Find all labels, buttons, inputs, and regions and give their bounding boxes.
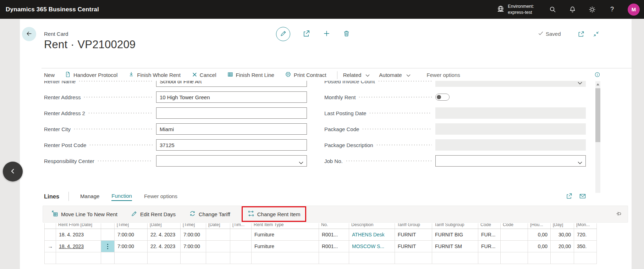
share-button[interactable] <box>302 29 310 39</box>
new-action[interactable]: New <box>44 72 55 78</box>
monthly-rent-toggle[interactable] <box>435 94 450 101</box>
edit-rent-days-button[interactable]: Edit Rent Days <box>131 211 176 218</box>
row-selector-cell[interactable]: → <box>45 240 56 252</box>
cell-price-hour[interactable]: 0,00 <box>528 240 551 252</box>
col-header-tariff-subgroup[interactable]: Tariff Subgroup <box>432 223 478 229</box>
cell-price-day[interactable]: 30,00 <box>551 229 574 240</box>
related-menu[interactable]: Related <box>343 72 370 78</box>
col-header-rent-item-type[interactable]: Rent Item Type <box>252 223 319 229</box>
cell-date-to[interactable]: 22. 4. 2023 <box>148 240 181 252</box>
move-line-to-new-rent-button[interactable]: Move Line To New Rent <box>51 210 117 218</box>
cell-no[interactable]: R001... <box>319 240 349 252</box>
help-icon[interactable]: ? <box>607 2 617 17</box>
col-header-time-to[interactable]: [Time] <box>181 223 206 229</box>
finish-whole-rent-action[interactable]: Finish Whole Rent <box>128 71 181 79</box>
tab-fewer-options[interactable]: Fewer options <box>144 192 177 201</box>
pin-button[interactable] <box>616 211 622 218</box>
cell-no[interactable]: R001... <box>319 229 349 240</box>
cell-tariff-subgroup[interactable]: FURNIT SM <box>432 240 478 252</box>
cell-time-from[interactable]: 7:00:00 <box>115 240 148 252</box>
row-selector-cell[interactable] <box>45 229 56 240</box>
search-icon[interactable] <box>548 2 557 17</box>
cell-rent-from-date[interactable]: 18. 4. 2023 <box>56 240 101 252</box>
cell-time-3[interactable] <box>230 229 252 240</box>
cell-time-3[interactable] <box>230 240 252 252</box>
package-code-label: Package Code <box>324 126 359 132</box>
cell-code-2[interactable] <box>501 229 528 240</box>
renter-address-input[interactable] <box>156 91 307 103</box>
lines-share-button[interactable] <box>566 192 573 201</box>
col-header-date-to[interactable]: [Date] <box>148 223 181 229</box>
scrollbar-thumb[interactable] <box>595 88 600 142</box>
cell-date-3[interactable] <box>206 229 230 240</box>
finish-rent-line-action[interactable]: Finish Rent Line <box>227 71 274 79</box>
col-header-price-month[interactable]: [Mon... <box>574 223 597 229</box>
environment-button[interactable]: Environment: express-test <box>495 3 536 16</box>
col-header-tariff-group[interactable]: Tariff Group <box>395 223 432 229</box>
cell-price-day[interactable]: 20,00 <box>551 240 574 252</box>
automate-menu[interactable]: Automate <box>379 72 410 78</box>
renter-city-input[interactable] <box>156 123 307 135</box>
tab-manage[interactable]: Manage <box>80 192 99 201</box>
job-no-input[interactable] <box>435 155 586 167</box>
renter-name-input[interactable] <box>156 81 307 87</box>
cell-time-to[interactable]: 7:00:00 <box>181 240 206 252</box>
cell-code-2[interactable] <box>501 240 528 252</box>
popout-button[interactable] <box>578 30 585 39</box>
cell-price-month[interactable]: 720. <box>574 229 597 240</box>
col-header-date-3[interactable]: [Date] <box>206 223 230 229</box>
cell-rent-item-type[interactable]: Furniture <box>252 240 319 252</box>
cell-code-1[interactable]: FUR... <box>478 240 501 252</box>
cell-tariff-subgroup[interactable]: FURNIT BIG <box>432 229 478 240</box>
info-button[interactable] <box>594 72 600 79</box>
collapse-button[interactable] <box>593 30 600 39</box>
cell-description-link[interactable]: MOSCOW S... <box>349 240 395 252</box>
cell-row-menu[interactable] <box>101 229 115 240</box>
change-rent-item-button[interactable]: Change Rent Item <box>248 210 301 218</box>
col-header-time-3[interactable]: [Tim... <box>230 223 252 229</box>
print-contract-action[interactable]: Print Contract <box>285 71 326 79</box>
renter-post-code-input[interactable] <box>156 139 307 151</box>
col-header-no[interactable]: No. <box>319 223 349 229</box>
cell-date-to[interactable]: 22. 4. 2023 <box>148 229 181 240</box>
pin-icon <box>616 211 622 218</box>
form-scrollbar[interactable] <box>595 81 600 193</box>
cell-code-1[interactable]: FUR... <box>478 229 501 240</box>
responsibility-center-input[interactable] <box>156 155 307 167</box>
x-icon <box>192 72 197 78</box>
cell-tariff-group[interactable]: FURNIT <box>395 229 432 240</box>
cell-description-link[interactable]: ATHENS Desk <box>349 229 395 240</box>
notifications-icon[interactable] <box>568 2 577 17</box>
col-header-price-day[interactable]: [Day] <box>551 223 574 229</box>
renter-address-2-input[interactable] <box>156 107 307 119</box>
edit-button[interactable] <box>276 27 290 41</box>
lines-open-in-outlook-button[interactable] <box>579 192 586 201</box>
tab-function[interactable]: Function <box>111 192 132 201</box>
new-button[interactable] <box>323 29 331 39</box>
change-tariff-button[interactable]: Change Tariff <box>189 210 230 218</box>
previous-record-button[interactable] <box>3 162 23 181</box>
avatar[interactable]: M <box>628 4 640 16</box>
settings-icon[interactable] <box>588 2 597 17</box>
cell-price-hour[interactable]: 0,00 <box>528 229 551 240</box>
scroll-up-arrow-icon[interactable] <box>596 83 599 85</box>
cell-time-to[interactable]: 7:00:00 <box>181 229 206 240</box>
delete-button[interactable] <box>343 30 350 38</box>
col-header-code-1[interactable]: Code <box>478 223 501 229</box>
cancel-action[interactable]: Cancel <box>192 72 216 78</box>
col-header-price-hour[interactable]: [Hou... <box>528 223 551 229</box>
cell-rent-item-type[interactable]: Furniture <box>252 229 319 240</box>
cell-rent-from-date[interactable]: 18. 4. 2023 <box>56 229 101 240</box>
back-button[interactable] <box>22 27 36 41</box>
handover-protocol-action[interactable]: ? Handover Protocol <box>65 71 117 79</box>
cell-time-from[interactable]: 7:00:00 <box>115 229 148 240</box>
cell-price-month[interactable]: 350. <box>574 240 597 252</box>
fewer-options-action[interactable]: Fewer options <box>427 72 460 78</box>
cell-tariff-group[interactable]: FURNIT <box>395 240 432 252</box>
col-header-description[interactable]: Description <box>349 223 395 229</box>
cell-row-menu-kebab[interactable] <box>101 240 115 252</box>
col-header-rent-from-date[interactable]: Rent From [Date] <box>56 223 101 229</box>
col-header-time-from[interactable]: [Time] <box>115 223 148 229</box>
cell-date-3[interactable] <box>206 240 230 252</box>
col-header-code-2[interactable]: Code <box>501 223 528 229</box>
